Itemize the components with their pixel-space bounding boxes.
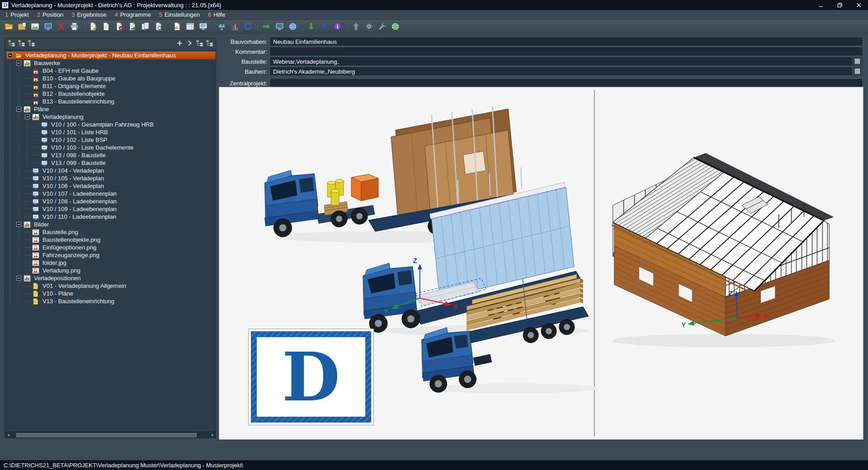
tree-item-folder-jpg[interactable]: folder.jpg — [6, 259, 216, 267]
tree-options-button[interactable] — [26, 39, 36, 49]
tree-collapse-icon[interactable] — [15, 105, 24, 113]
tree-item-verladeplanung-musterprojekt-neubau-einfamilienhaus[interactable]: Verladeplanung - Musterprojekt - Neubau … — [6, 52, 216, 59]
menu-item-einstellungen[interactable]: 5Einstellungen — [155, 10, 204, 19]
tree-item-v10-101-liste-hrb[interactable]: V10 / 101 - Liste HRB — [6, 128, 216, 136]
baustelle-picker-button[interactable] — [853, 57, 862, 66]
tree-item-v13-baustelleneinrichtung[interactable]: V13 - Baustelleneinrichtung — [6, 297, 216, 305]
toolbar-refresh-button[interactable] — [242, 21, 254, 33]
toolbar-position-export-button[interactable] — [126, 21, 138, 33]
toolbar-program-info-button[interactable]: i — [331, 21, 344, 33]
tree-item-v01-verladeplanung-allgemein[interactable]: V01 - Verladeplanung Allgemein — [6, 282, 216, 290]
menu-item-projekt[interactable]: 1Projekt — [1, 10, 33, 19]
baustelle-field[interactable] — [270, 57, 852, 66]
tree-item-v10-110-ladeebenenplan[interactable]: V10 / 110 - Ladeebenenplan — [6, 213, 216, 221]
tree-item-v10-pläne[interactable]: V10 - Pläne — [6, 290, 216, 297]
toolbar-tools-button[interactable] — [376, 21, 388, 33]
tree-item-b10-gaube-als-baugruppe[interactable]: B10 - Gaube als Baugruppe — [6, 75, 216, 82]
tree-collapse-icon[interactable] — [6, 52, 15, 59]
tree-item-v10-103-liste-dachelemente[interactable]: V10 / 103 - Liste Dachelemente — [6, 144, 216, 151]
toolbar-dietrichs-online-button[interactable] — [389, 21, 401, 33]
tree-collapse-icon[interactable] — [15, 274, 24, 282]
menu-item-programme[interactable]: 4Programme — [110, 10, 155, 19]
bauherr-field[interactable] — [270, 67, 852, 76]
toolbar-position-new-button[interactable] — [100, 21, 112, 33]
tree-item-v13-098-baustelle[interactable]: V13 / 098 - Baustelle — [6, 151, 216, 159]
toolbar-open-project-button[interactable] — [3, 21, 15, 33]
expand-panel-button[interactable] — [184, 39, 194, 49]
tree-item-baustelle-png[interactable]: Baustelle.png — [6, 228, 216, 236]
menu-item-ergebnisse[interactable]: 3Ergebnisse — [67, 10, 110, 19]
dock-add-button[interactable] — [175, 39, 184, 49]
tree-item-v10-107-ladeebenenplan[interactable]: V10 / 107 - Ladeebenenplan — [6, 190, 216, 197]
toolbar-display-chart-button[interactable] — [216, 21, 228, 33]
tree-item-v10-106-verladeplan[interactable]: V10 / 106 - Verladeplan — [6, 182, 216, 190]
toolbar-print-button[interactable] — [68, 21, 80, 33]
tree-item-b04-efh-mit-gaube[interactable]: B04 - EFH mit Gaube — [6, 67, 216, 75]
toolbar-project-images-button[interactable] — [29, 21, 41, 33]
tree-item-v10-108-ladeebenenplan[interactable]: V10 / 108 - Ladeebenenplan — [6, 197, 216, 205]
tree-item-b12-baustellenobjekte[interactable]: B12 - Baustellenobjekte — [6, 90, 216, 98]
minimize-button[interactable] — [811, 0, 830, 10]
bauherr-picker-button[interactable] — [853, 67, 862, 76]
tree-item-pläne[interactable]: Pläne — [6, 105, 216, 113]
form-row-bauvorhaben: Bauvorhaben: — [220, 38, 862, 46]
tree-collapse-icon[interactable] — [24, 113, 32, 121]
toolbar-project-data-button[interactable] — [16, 21, 28, 33]
tree-collapse-icon[interactable] — [15, 221, 24, 228]
toolbar-position-delete-button[interactable] — [113, 21, 125, 33]
menu-item-hilfe[interactable]: 6Hilfe — [204, 10, 229, 19]
tree-item-bauwerke[interactable]: Bauwerke — [6, 59, 216, 67]
tree-item-v13-099-baustelle[interactable]: V13 / 099 - Baustelle — [6, 159, 216, 167]
tree-collapse-icon[interactable] — [15, 59, 24, 67]
tree-layout-1-button[interactable] — [194, 39, 204, 49]
menu-item-position[interactable]: 2Position — [33, 10, 67, 19]
scroll-right-button[interactable] — [209, 432, 216, 438]
toolbar-settings-button[interactable] — [363, 21, 375, 33]
scroll-track[interactable] — [12, 432, 208, 438]
toolbar-delete-project-button[interactable] — [55, 21, 67, 33]
tree-item-v10-105-verladeplan[interactable]: V10 / 105 - Verladeplan — [6, 174, 216, 182]
toolbar-export-data-button[interactable] — [260, 21, 273, 33]
tree-item-verladepositionen[interactable]: Verladepositionen — [6, 274, 216, 282]
tree-item-einfügeoptionen-png[interactable]: Einfügeoptionen.png — [6, 244, 216, 251]
tree-guide — [15, 213, 24, 221]
tree-item-v10-104-verladeplan[interactable]: V10 / 104 - Verladeplan — [6, 167, 216, 174]
toolbar-list-editor-button[interactable] — [184, 21, 196, 33]
tree-item-bilder[interactable]: Bilder — [6, 221, 216, 228]
toolbar-web-export-button[interactable] — [287, 21, 299, 33]
tree-layout-2-button[interactable] — [204, 39, 214, 49]
scroll-left-button[interactable] — [5, 432, 12, 438]
toolbar-upload-button[interactable] — [350, 21, 362, 33]
toolbar-statistics-button[interactable] — [229, 21, 241, 33]
toolbar-position-copy-button[interactable] — [139, 21, 151, 33]
preview-canvas[interactable]: Z Y X — [219, 87, 863, 440]
tree-view-2-button[interactable] — [16, 39, 26, 49]
tree-item-baustellenobjekte-png[interactable]: Baustellenobjekte.png — [6, 236, 216, 244]
tree-view-1-button[interactable] — [6, 39, 16, 49]
toolbar-project-display-button[interactable] — [42, 21, 54, 33]
tree-item-v10-109-ladeebenenplan[interactable]: V10 / 109 - Ladeebenenplan — [6, 205, 216, 213]
toolbar-help-button[interactable]: ? — [318, 21, 330, 33]
toolbar-position-edit-button[interactable] — [87, 21, 99, 33]
img-icon — [32, 267, 40, 274]
tree-item-verladung-png[interactable]: Verladung.png — [6, 267, 216, 274]
tree-item-verladeplanung[interactable]: Verladeplanung — [6, 113, 216, 121]
tree-horizontal-scrollbar[interactable] — [5, 432, 216, 438]
tree-item-fahrzeuganzeige-png[interactable]: Fahrzeuganzeige.png — [6, 251, 216, 259]
toolbar-position-search-button[interactable] — [152, 21, 165, 33]
tree-connector — [24, 190, 32, 197]
axis-y-label: Y — [681, 321, 686, 329]
toolbar-result-lists-button[interactable] — [171, 21, 183, 33]
toolbar-send-to-display-button[interactable] — [274, 21, 286, 33]
close-button[interactable] — [849, 0, 868, 10]
tree-item-v10-102-liste-bsp[interactable]: V10 / 102 - Liste BSP — [6, 136, 216, 144]
scroll-thumb[interactable] — [16, 433, 197, 437]
tree-item-b11-ortgang-elemente[interactable]: B11 - Ortgang-Elemente — [6, 82, 216, 90]
toolbar-download-updates-button[interactable] — [305, 21, 317, 33]
tree-item-v10-100-gesamtplan-fahrzeug-hrb[interactable]: V10 / 100 - Gesamtplan Fahrzeug HRB — [6, 121, 216, 128]
bauvorhaben-field[interactable] — [270, 38, 862, 46]
tree-item-b13-baustelleneinrichtung[interactable]: B13 - Baustelleneinrichtung — [6, 98, 216, 105]
restore-button[interactable] — [830, 0, 849, 10]
toolbar-display-lists-button[interactable] — [197, 21, 209, 33]
kommentar-field[interactable] — [270, 47, 862, 56]
